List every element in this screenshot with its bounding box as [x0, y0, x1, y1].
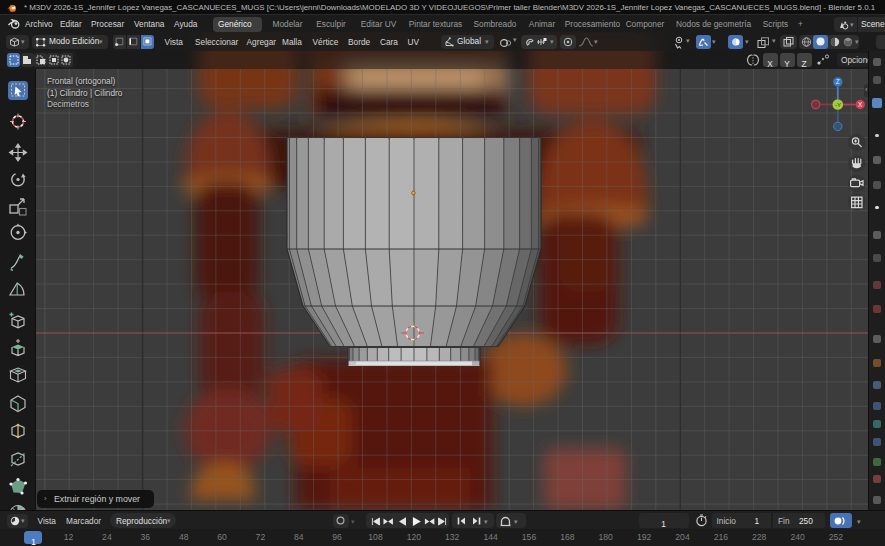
svg-text:X: X: [858, 101, 863, 108]
svg-text:-Y: -Y: [835, 102, 841, 108]
svg-text:Z: Z: [836, 78, 840, 85]
